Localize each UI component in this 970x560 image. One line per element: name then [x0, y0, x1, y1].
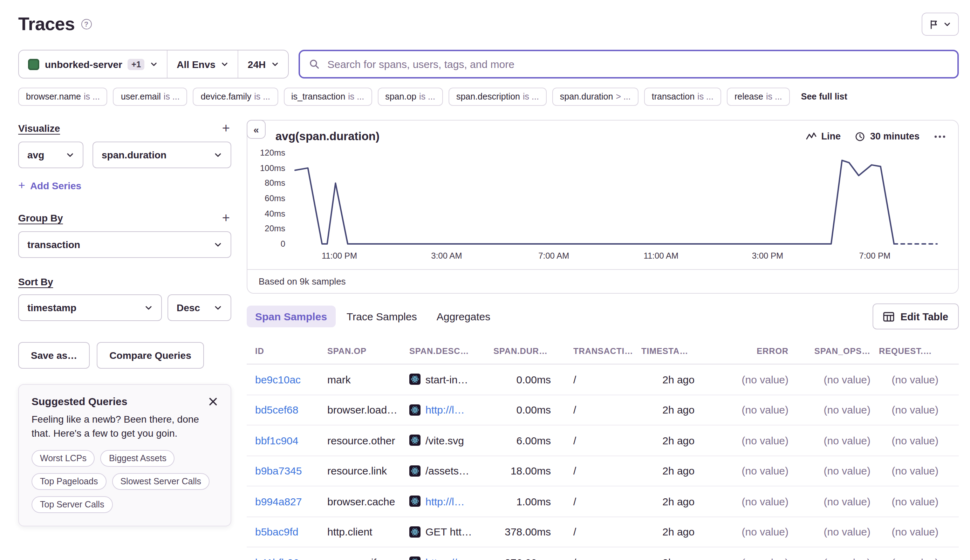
span-id-link[interactable]: b9ba7345: [255, 465, 302, 477]
timestamp-value[interactable]: 2h ago: [662, 465, 695, 477]
column-header-timestamp[interactable]: TIMESTA…↓: [641, 338, 703, 364]
timestamp-value[interactable]: 2h ago: [662, 373, 695, 385]
chart-x-axis: 11:00 PM3:00 AM7:00 AM11:00 AM3:00 PM7:0…: [295, 251, 937, 262]
sort-field-select[interactable]: timestamp: [18, 294, 162, 321]
project-select[interactable]: unborked-server +1: [19, 50, 167, 78]
collapse-sidebar-button[interactable]: «: [247, 120, 266, 139]
environment-select[interactable]: All Envs: [167, 50, 238, 78]
search-input[interactable]: [326, 57, 948, 71]
table-row[interactable]: bbf1c904resource.other/vite.svg6.00ms/2h…: [247, 425, 959, 456]
close-icon[interactable]: [208, 396, 218, 406]
field-select[interactable]: span.duration: [93, 142, 231, 168]
filter-chip[interactable]: user.emailis ...: [113, 88, 187, 106]
chevron-down-icon: [271, 60, 279, 68]
timestamp-value[interactable]: 2h ago: [662, 404, 695, 416]
edit-table-label: Edit Table: [901, 311, 948, 322]
table-row[interactable]: be9c10acmarkstart-in…0.00ms/2h ago(no va…: [247, 365, 959, 395]
filter-chip-key: transaction: [652, 92, 695, 102]
table-row[interactable]: b41bfb26resource.ifra…https://…276.00ms/…: [247, 547, 959, 560]
filter-chip[interactable]: device.familyis ...: [193, 88, 278, 106]
edit-table-button[interactable]: Edit Table: [873, 303, 959, 329]
filter-chip[interactable]: is_transactionis ...: [283, 88, 372, 106]
span-id-link[interactable]: bd5cef68: [255, 404, 298, 416]
timestamp-value[interactable]: 2h ago: [662, 495, 695, 507]
table-row[interactable]: b994a827browser.cachehttp://l…1.00ms/2h …: [247, 487, 959, 517]
cell-span_duration: 0.00ms: [493, 373, 559, 385]
feedback-button[interactable]: [922, 13, 959, 36]
y-axis-tick: 20ms: [265, 224, 285, 234]
suggested-query-chip[interactable]: Top Pageloads: [32, 473, 106, 490]
save-as-button[interactable]: Save as…: [18, 342, 90, 369]
span-id-link[interactable]: b5bac9fd: [255, 526, 298, 538]
filter-chip[interactable]: span.descriptionis ...: [448, 88, 547, 106]
cell-transaction: /: [559, 404, 641, 416]
column-header-span_op[interactable]: SPAN.OP: [327, 338, 409, 363]
add-group-by-button[interactable]: +: [221, 211, 231, 224]
column-header-label: REQUEST.ME…: [879, 346, 945, 356]
cell-span_op: http.client: [327, 526, 409, 538]
chart-title: avg(span.duration): [275, 130, 380, 143]
tab-trace-samples[interactable]: Trace Samples: [338, 306, 425, 327]
flag-icon: [929, 19, 939, 29]
compare-queries-button[interactable]: Compare Queries: [97, 342, 203, 369]
timestamp-value[interactable]: 2h ago: [662, 435, 695, 447]
timestamp-value[interactable]: 2h ago: [662, 557, 695, 560]
suggested-queries-card: Suggested Queries Feeling like a newb? B…: [18, 384, 231, 527]
sort-direction-select[interactable]: Desc: [168, 294, 231, 321]
suggested-queries-title: Suggested Queries: [32, 395, 127, 407]
span-description-link[interactable]: https://…: [425, 557, 467, 560]
chart-interval-button[interactable]: 30 minutes: [855, 131, 920, 142]
table-row[interactable]: b5bac9fdhttp.clientGET htt…378.00ms/2h a…: [247, 517, 959, 547]
span-description-link[interactable]: http://l…: [425, 404, 465, 416]
suggested-query-chip[interactable]: Worst LCPs: [32, 450, 95, 467]
time-range-label: 24H: [248, 58, 266, 70]
span-id-link[interactable]: be9c10ac: [255, 373, 301, 385]
column-header-error[interactable]: ERROR: [703, 338, 797, 363]
span-description-text: /vite.svg: [425, 435, 464, 447]
see-full-list-button[interactable]: See full list: [795, 88, 853, 106]
cell-span_op: mark: [327, 373, 409, 385]
span-id-link[interactable]: b41bfb26: [255, 557, 299, 560]
column-header-span_desc[interactable]: SPAN.DESC…: [409, 338, 493, 363]
column-header-span_ops[interactable]: SPAN_OPS…: [797, 338, 879, 363]
filter-chip[interactable]: releaseis ...: [727, 88, 790, 106]
cell-span_ops: (no value): [797, 495, 879, 507]
span-description-link[interactable]: http://l…: [425, 495, 465, 507]
tab-aggregates[interactable]: Aggregates: [428, 306, 499, 327]
column-header-span_duration[interactable]: SPAN.DURA…: [493, 338, 559, 363]
filter-chip[interactable]: span.opis ...: [377, 88, 443, 106]
cell-span_ops: (no value): [797, 557, 879, 560]
filter-chip[interactable]: transactionis ...: [644, 88, 721, 106]
column-header-label: TRANSACTI…: [573, 346, 633, 356]
chart-menu-button[interactable]: [934, 135, 945, 138]
table-row[interactable]: bd5cef68browser.load…http://l…0.00ms/2h …: [247, 395, 959, 425]
filter-chip-operator: is ...: [348, 92, 364, 102]
tab-span-samples[interactable]: Span Samples: [247, 306, 335, 327]
group-by-select[interactable]: transaction: [18, 231, 231, 258]
column-header-id[interactable]: ID: [247, 338, 327, 363]
cell-id: bd5cef68: [247, 404, 327, 416]
span-id-link[interactable]: bbf1c904: [255, 435, 298, 447]
add-visualize-button[interactable]: +: [221, 121, 231, 135]
chart-plot[interactable]: [295, 153, 937, 244]
filter-chip[interactable]: browser.nameis ...: [18, 88, 108, 106]
no-value-text: (no value): [742, 373, 788, 385]
timestamp-value[interactable]: 2h ago: [662, 526, 695, 538]
table-row[interactable]: b9ba7345resource.link/assets…18.00ms/2h …: [247, 456, 959, 487]
filter-chip[interactable]: span.duration> ...: [552, 88, 638, 106]
suggested-query-chip[interactable]: Biggest Assets: [100, 450, 175, 467]
suggested-query-chip[interactable]: Slowest Server Calls: [112, 473, 210, 490]
span-id-link[interactable]: b994a827: [255, 495, 302, 507]
chart-type-button[interactable]: Line: [806, 131, 841, 142]
filter-chip-key: span.duration: [560, 92, 613, 102]
help-icon[interactable]: ?: [81, 19, 92, 30]
suggested-query-chip[interactable]: Top Server Calls: [32, 496, 112, 513]
no-value-text: (no value): [892, 404, 938, 416]
add-series-button[interactable]: + Add Series: [18, 179, 81, 193]
column-header-request_method[interactable]: REQUEST.ME…: [879, 338, 947, 363]
time-range-select[interactable]: 24H: [238, 50, 288, 78]
no-value-text: (no value): [824, 557, 870, 560]
cell-error: (no value): [703, 465, 797, 477]
aggregate-select[interactable]: avg: [18, 142, 83, 168]
column-header-transaction[interactable]: TRANSACTI…: [559, 338, 641, 363]
